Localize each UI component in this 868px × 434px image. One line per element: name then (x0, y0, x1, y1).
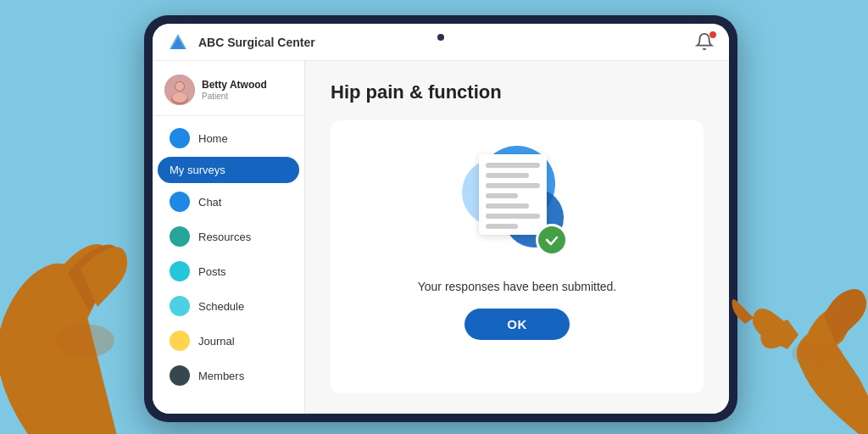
app-logo (166, 31, 190, 54)
ok-button[interactable]: OK (465, 309, 570, 340)
members-label: Members (198, 370, 244, 382)
right-hand (673, 209, 868, 434)
doc-line-7 (486, 224, 518, 229)
doc-line-6 (486, 214, 540, 219)
main-panel: Hip pain & function (305, 61, 729, 414)
sidebar-item-my-surveys[interactable]: My surveys (158, 157, 299, 183)
avatar (164, 75, 195, 105)
camera-notch (437, 34, 444, 41)
document-icon (479, 154, 547, 235)
submitted-message: Your responses have been submitted. (418, 280, 617, 293)
tablet-frame: ABC Surgical Center (144, 15, 737, 422)
journal-label: Journal (198, 335, 235, 348)
sidebar-item-members[interactable]: Members (158, 359, 299, 392)
left-hand (0, 171, 170, 434)
submission-card: Your responses have been submitted. OK (331, 120, 704, 393)
sidebar-item-chat[interactable]: Chat (158, 185, 299, 219)
app-title: ABC Surgical Center (198, 36, 695, 49)
svg-point-8 (792, 341, 843, 366)
user-role: Patient (202, 92, 267, 101)
resources-label: Resources (198, 231, 251, 243)
my-surveys-label: My surveys (170, 164, 225, 176)
user-name: Betty Atwood (202, 79, 267, 91)
members-icon (170, 365, 190, 386)
posts-label: Posts (198, 265, 226, 278)
sidebar: Betty Atwood Patient Home My surveys Cha… (153, 61, 305, 414)
chat-label: Chat (198, 196, 221, 209)
check-circle-icon (536, 224, 568, 256)
sidebar-item-posts[interactable]: Posts (158, 254, 299, 288)
notification-button[interactable] (695, 32, 715, 53)
top-bar: ABC Surgical Center (153, 24, 729, 61)
user-info: Betty Atwood Patient (153, 68, 304, 116)
schedule-icon (170, 296, 190, 316)
sidebar-item-home[interactable]: Home (158, 121, 299, 155)
doc-line-3 (486, 183, 540, 188)
notification-badge (709, 31, 717, 39)
schedule-label: Schedule (198, 300, 244, 313)
user-details: Betty Atwood Patient (202, 79, 267, 100)
page-title: Hip pain & function (331, 81, 704, 103)
journal-icon (170, 331, 190, 351)
resources-icon (170, 226, 190, 247)
sidebar-item-journal[interactable]: Journal (158, 324, 299, 358)
posts-icon (170, 261, 190, 281)
sidebar-item-resources[interactable]: Resources (158, 220, 299, 253)
svg-point-6 (172, 92, 187, 103)
doc-line-4 (486, 193, 518, 198)
svg-point-7 (55, 324, 114, 358)
main-content: Betty Atwood Patient Home My surveys Cha… (153, 61, 729, 414)
home-icon (170, 128, 190, 148)
doc-line-1 (486, 163, 540, 168)
submitted-illustration (453, 146, 581, 264)
tablet-inner: ABC Surgical Center (153, 24, 729, 414)
doc-line-2 (486, 173, 529, 178)
svg-point-5 (175, 82, 184, 91)
chat-icon (170, 192, 190, 212)
home-label: Home (198, 132, 228, 145)
sidebar-item-schedule[interactable]: Schedule (158, 289, 299, 323)
doc-line-5 (486, 203, 529, 209)
